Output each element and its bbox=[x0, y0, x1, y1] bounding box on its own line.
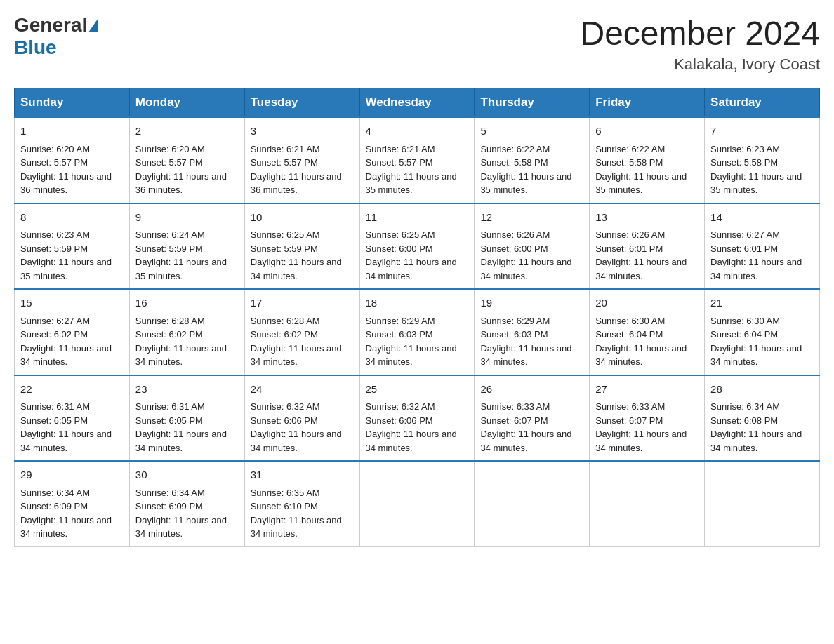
day-number: 19 bbox=[480, 295, 583, 311]
logo-text: General bbox=[14, 14, 100, 36]
day-number: 16 bbox=[135, 295, 239, 311]
day-info: Sunrise: 6:27 AMSunset: 6:01 PMDaylight:… bbox=[710, 229, 802, 281]
days-of-week-row: SundayMondayTuesdayWednesdayThursdayFrid… bbox=[15, 88, 820, 118]
calendar-cell: 11 Sunrise: 6:25 AMSunset: 6:00 PMDaylig… bbox=[359, 203, 475, 290]
day-number: 22 bbox=[20, 382, 124, 398]
calendar-cell: 24 Sunrise: 6:32 AMSunset: 6:06 PMDaylig… bbox=[244, 375, 359, 462]
calendar-cell: 10 Sunrise: 6:25 AMSunset: 5:59 PMDaylig… bbox=[244, 203, 359, 290]
calendar-cell: 26 Sunrise: 6:33 AMSunset: 6:07 PMDaylig… bbox=[475, 375, 590, 462]
day-number: 9 bbox=[135, 210, 239, 226]
day-info: Sunrise: 6:29 AMSunset: 6:03 PMDaylight:… bbox=[366, 316, 457, 368]
logo-general: General bbox=[14, 14, 87, 36]
calendar-cell: 7 Sunrise: 6:23 AMSunset: 5:58 PMDayligh… bbox=[705, 117, 820, 203]
day-info: Sunrise: 6:20 AMSunset: 5:57 PMDaylight:… bbox=[20, 144, 112, 196]
day-number: 21 bbox=[710, 295, 814, 311]
calendar-cell: 14 Sunrise: 6:27 AMSunset: 6:01 PMDaylig… bbox=[705, 203, 820, 290]
week-row: 15 Sunrise: 6:27 AMSunset: 6:02 PMDaylig… bbox=[15, 289, 820, 375]
day-number: 6 bbox=[595, 123, 699, 140]
calendar-cell: 12 Sunrise: 6:26 AMSunset: 6:00 PMDaylig… bbox=[475, 203, 590, 290]
day-number: 29 bbox=[20, 467, 124, 483]
day-info: Sunrise: 6:30 AMSunset: 6:04 PMDaylight:… bbox=[710, 316, 802, 368]
location-subtitle: Kalakala, Ivory Coast bbox=[580, 55, 820, 74]
calendar-cell: 3 Sunrise: 6:21 AMSunset: 5:57 PMDayligh… bbox=[244, 117, 359, 203]
calendar-cell: 4 Sunrise: 6:21 AMSunset: 5:57 PMDayligh… bbox=[359, 117, 475, 203]
day-info: Sunrise: 6:24 AMSunset: 5:59 PMDaylight:… bbox=[135, 229, 227, 281]
calendar-cell: 6 Sunrise: 6:22 AMSunset: 5:58 PMDayligh… bbox=[590, 117, 705, 203]
day-number: 3 bbox=[251, 123, 354, 140]
day-number: 26 bbox=[480, 382, 583, 398]
day-number: 18 bbox=[366, 295, 469, 311]
day-info: Sunrise: 6:28 AMSunset: 6:02 PMDaylight:… bbox=[251, 316, 342, 368]
calendar-cell: 9 Sunrise: 6:24 AMSunset: 5:59 PMDayligh… bbox=[129, 203, 244, 290]
calendar-cell: 30 Sunrise: 6:34 AMSunset: 6:09 PMDaylig… bbox=[129, 461, 244, 546]
month-year-title: December 2024 bbox=[580, 14, 820, 53]
day-number: 31 bbox=[251, 467, 354, 483]
day-info: Sunrise: 6:22 AMSunset: 5:58 PMDaylight:… bbox=[480, 144, 571, 196]
day-info: Sunrise: 6:25 AMSunset: 6:00 PMDaylight:… bbox=[366, 229, 457, 281]
day-info: Sunrise: 6:34 AMSunset: 6:09 PMDaylight:… bbox=[135, 488, 227, 539]
title-area: December 2024 Kalakala, Ivory Coast bbox=[580, 14, 820, 74]
day-number: 12 bbox=[480, 210, 583, 226]
calendar-cell: 5 Sunrise: 6:22 AMSunset: 5:58 PMDayligh… bbox=[475, 117, 590, 203]
week-row: 1 Sunrise: 6:20 AMSunset: 5:57 PMDayligh… bbox=[15, 117, 820, 203]
calendar-cell: 31 Sunrise: 6:35 AMSunset: 6:10 PMDaylig… bbox=[244, 461, 359, 546]
day-info: Sunrise: 6:23 AMSunset: 5:59 PMDaylight:… bbox=[20, 229, 112, 281]
calendar-cell: 2 Sunrise: 6:20 AMSunset: 5:57 PMDayligh… bbox=[129, 117, 244, 203]
day-number: 2 bbox=[135, 123, 239, 140]
calendar-cell: 22 Sunrise: 6:31 AMSunset: 6:05 PMDaylig… bbox=[15, 375, 130, 462]
calendar-cell: 8 Sunrise: 6:23 AMSunset: 5:59 PMDayligh… bbox=[15, 203, 130, 290]
day-number: 5 bbox=[480, 123, 583, 140]
day-info: Sunrise: 6:23 AMSunset: 5:58 PMDaylight:… bbox=[710, 144, 802, 196]
day-of-week-header: Tuesday bbox=[244, 88, 359, 118]
calendar-cell: 21 Sunrise: 6:30 AMSunset: 6:04 PMDaylig… bbox=[705, 289, 820, 375]
day-info: Sunrise: 6:22 AMSunset: 5:58 PMDaylight:… bbox=[595, 144, 687, 196]
day-number: 13 bbox=[595, 210, 699, 226]
day-info: Sunrise: 6:32 AMSunset: 6:06 PMDaylight:… bbox=[251, 401, 342, 453]
day-number: 20 bbox=[595, 295, 699, 311]
week-row: 29 Sunrise: 6:34 AMSunset: 6:09 PMDaylig… bbox=[15, 461, 820, 546]
day-number: 10 bbox=[251, 210, 354, 226]
calendar-table: SundayMondayTuesdayWednesdayThursdayFrid… bbox=[14, 88, 820, 547]
day-number: 28 bbox=[710, 382, 814, 398]
day-info: Sunrise: 6:28 AMSunset: 6:02 PMDaylight:… bbox=[135, 316, 227, 368]
day-number: 8 bbox=[20, 210, 124, 226]
day-of-week-header: Saturday bbox=[705, 88, 820, 118]
day-of-week-header: Wednesday bbox=[359, 88, 475, 118]
calendar-cell: 16 Sunrise: 6:28 AMSunset: 6:02 PMDaylig… bbox=[129, 289, 244, 375]
day-number: 25 bbox=[366, 382, 469, 398]
day-number: 11 bbox=[366, 210, 469, 226]
day-number: 1 bbox=[20, 123, 124, 140]
day-info: Sunrise: 6:33 AMSunset: 6:07 PMDaylight:… bbox=[595, 401, 687, 453]
calendar-cell: 23 Sunrise: 6:31 AMSunset: 6:05 PMDaylig… bbox=[129, 375, 244, 462]
day-info: Sunrise: 6:26 AMSunset: 6:01 PMDaylight:… bbox=[595, 229, 687, 281]
day-of-week-header: Thursday bbox=[475, 88, 590, 118]
day-number: 27 bbox=[595, 382, 699, 398]
calendar-cell: 17 Sunrise: 6:28 AMSunset: 6:02 PMDaylig… bbox=[244, 289, 359, 375]
day-number: 14 bbox=[710, 210, 814, 226]
calendar-cell bbox=[705, 461, 820, 546]
calendar-cell: 28 Sunrise: 6:34 AMSunset: 6:08 PMDaylig… bbox=[705, 375, 820, 462]
week-row: 22 Sunrise: 6:31 AMSunset: 6:05 PMDaylig… bbox=[15, 375, 820, 462]
calendar-cell: 13 Sunrise: 6:26 AMSunset: 6:01 PMDaylig… bbox=[590, 203, 705, 290]
calendar-cell: 15 Sunrise: 6:27 AMSunset: 6:02 PMDaylig… bbox=[15, 289, 130, 375]
calendar-cell: 25 Sunrise: 6:32 AMSunset: 6:06 PMDaylig… bbox=[359, 375, 475, 462]
calendar-cell: 1 Sunrise: 6:20 AMSunset: 5:57 PMDayligh… bbox=[15, 117, 130, 203]
day-number: 23 bbox=[135, 382, 239, 398]
calendar-cell: 20 Sunrise: 6:30 AMSunset: 6:04 PMDaylig… bbox=[590, 289, 705, 375]
day-number: 15 bbox=[20, 295, 124, 311]
day-number: 7 bbox=[710, 123, 814, 140]
day-number: 4 bbox=[366, 123, 469, 140]
day-info: Sunrise: 6:25 AMSunset: 5:59 PMDaylight:… bbox=[251, 229, 342, 281]
day-number: 24 bbox=[251, 382, 354, 398]
day-info: Sunrise: 6:34 AMSunset: 6:09 PMDaylight:… bbox=[20, 488, 112, 539]
day-number: 17 bbox=[251, 295, 354, 311]
calendar-cell: 29 Sunrise: 6:34 AMSunset: 6:09 PMDaylig… bbox=[15, 461, 130, 546]
day-info: Sunrise: 6:21 AMSunset: 5:57 PMDaylight:… bbox=[366, 144, 457, 196]
day-info: Sunrise: 6:34 AMSunset: 6:08 PMDaylight:… bbox=[710, 401, 802, 453]
day-info: Sunrise: 6:21 AMSunset: 5:57 PMDaylight:… bbox=[251, 144, 342, 196]
calendar-cell bbox=[590, 461, 705, 546]
calendar-cell: 19 Sunrise: 6:29 AMSunset: 6:03 PMDaylig… bbox=[475, 289, 590, 375]
day-info: Sunrise: 6:29 AMSunset: 6:03 PMDaylight:… bbox=[480, 316, 571, 368]
day-info: Sunrise: 6:32 AMSunset: 6:06 PMDaylight:… bbox=[366, 401, 457, 453]
logo: General Blue bbox=[14, 14, 100, 59]
